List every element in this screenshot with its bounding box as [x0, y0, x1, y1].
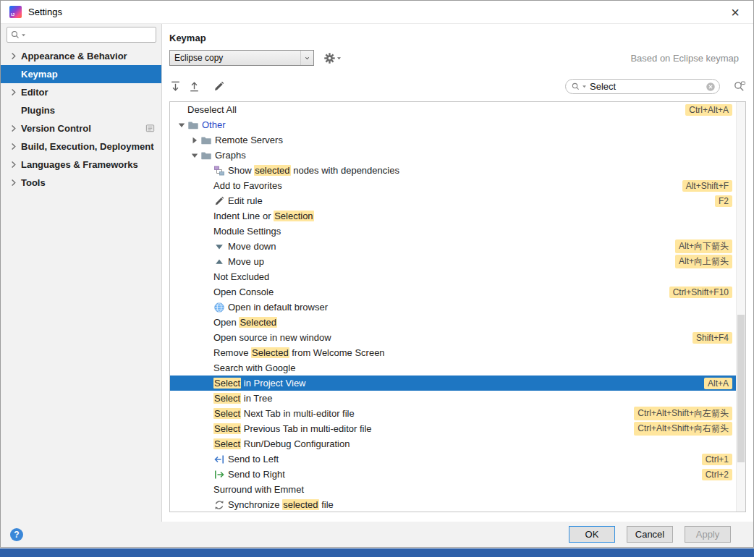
action-search-field[interactable]	[565, 79, 720, 94]
row-label: Open source in new window	[213, 332, 331, 343]
tree-row[interactable]: Select Previous Tab in multi-editor file…	[170, 421, 736, 436]
search-history-caret-icon[interactable]	[21, 33, 26, 38]
match-highlight: Select	[213, 438, 241, 449]
tree-row[interactable]: Synchronize selected file	[170, 497, 736, 512]
tree-row[interactable]: Edit ruleF2	[170, 193, 736, 208]
row-label: Select Run/Debug Configuration	[213, 438, 350, 449]
tree-row[interactable]: Not Excluded	[170, 269, 736, 284]
scheme-gear-icon[interactable]	[323, 52, 336, 64]
tree-row[interactable]: Select Run/Debug Configuration	[170, 436, 736, 451]
tree-scrollbar[interactable]	[736, 102, 745, 512]
tree-row[interactable]: Other	[170, 117, 736, 132]
tree-scrollbar-thumb[interactable]	[737, 315, 745, 462]
close-button[interactable]: ×	[726, 3, 745, 22]
row-label: Select Previous Tab in multi-editor file	[213, 423, 372, 434]
tree-row[interactable]: Move upAlt+向上箭头	[170, 254, 736, 269]
expand-all-icon[interactable]	[169, 80, 182, 93]
sidebar-item-languages-frameworks[interactable]: Languages & Frameworks	[1, 156, 161, 174]
combo-dropdown-icon[interactable]	[300, 51, 313, 65]
folder-icon	[200, 150, 212, 161]
row-label: Not Excluded	[213, 271, 269, 282]
tree-row[interactable]: Open source in new windowShift+F4	[170, 330, 736, 345]
chevron-spacer	[202, 438, 213, 450]
sidebar-item-plugins[interactable]: Plugins	[1, 101, 161, 119]
chevron-right-icon[interactable]	[8, 51, 19, 61]
tree-row[interactable]: Indent Line or Selection	[170, 208, 736, 224]
shortcut-badge: Ctrl+Alt+A	[685, 104, 732, 116]
expand-node-icon[interactable]	[189, 135, 200, 146]
tree-row[interactable]: Open in default browser	[170, 300, 736, 315]
row-label: Module Settings	[213, 226, 281, 237]
scheme-selected-value: Eclipse copy	[170, 53, 300, 63]
sidebar-search-input[interactable]	[27, 29, 153, 41]
dialog-content: Appearance & BehaviorKeymapEditorPlugins…	[1, 24, 753, 522]
match-highlight: Select	[213, 408, 241, 419]
tree-row[interactable]: Select Next Tab in multi-editor fileCtrl…	[170, 406, 736, 421]
sync-arrows-icon	[213, 499, 225, 511]
row-label: Remove Selected from Welcome Screen	[213, 347, 385, 358]
chevron-spacer	[202, 241, 213, 253]
tree-row[interactable]: Select in Tree	[170, 391, 736, 406]
tree-row[interactable]: Send to LeftCtrl+1	[170, 451, 736, 467]
sidebar-item-build-execution-deployment[interactable]: Build, Execution, Deployment	[1, 137, 161, 156]
window-title: Settings	[28, 7, 62, 17]
collapse-node-icon[interactable]	[189, 150, 200, 161]
action-search-input[interactable]	[588, 81, 704, 92]
move-up-arrow-icon	[213, 256, 225, 268]
search-history-caret-icon[interactable]	[582, 84, 587, 89]
help-button[interactable]: ?	[10, 528, 23, 541]
row-label: Open in default browser	[228, 302, 328, 313]
tree-row[interactable]: Select in Project ViewAlt+A	[170, 376, 736, 391]
tree-row[interactable]: Deselect AllCtrl+Alt+A	[170, 102, 736, 117]
shortcut-badge: Ctrl+Alt+Shift+向右箭头	[634, 422, 732, 436]
tree-row[interactable]: Module Settings	[170, 224, 736, 239]
chevron-spacer	[8, 105, 19, 116]
chevron-spacer	[202, 302, 213, 313]
sidebar-item-appearance-behavior[interactable]: Appearance & Behavior	[1, 47, 161, 65]
match-highlight: Select	[213, 393, 241, 404]
shared-settings-icon	[145, 123, 156, 134]
chevron-right-icon[interactable]	[8, 159, 19, 170]
row-label: Synchronize selected file	[228, 499, 334, 510]
tree-row[interactable]: Open ConsoleCtrl+Shift+F10	[170, 284, 736, 300]
edit-shortcut-icon[interactable]	[213, 80, 225, 93]
shortcut-badge: Ctrl+Shift+F10	[669, 287, 732, 298]
sidebar-item-label: Editor	[21, 87, 48, 98]
keymap-scheme-select[interactable]: Eclipse copy	[169, 50, 314, 66]
ok-button[interactable]: OK	[569, 526, 615, 543]
row-text-segment: Surround with Emmet	[213, 484, 304, 495]
cancel-button[interactable]: Cancel	[627, 526, 673, 543]
tree-row[interactable]: Open Selected	[170, 315, 736, 330]
sidebar-item-keymap[interactable]: Keymap	[1, 65, 161, 83]
collapse-node-icon[interactable]	[176, 119, 187, 131]
tree-row[interactable]: Show selected nodes with dependencies	[170, 163, 736, 178]
chevron-right-icon[interactable]	[8, 87, 19, 98]
chevron-spacer	[202, 347, 213, 359]
row-text-segment: Open source in new window	[213, 332, 331, 343]
chevron-right-icon[interactable]	[8, 141, 19, 152]
sidebar-item-tools[interactable]: Tools	[1, 174, 161, 192]
row-text-segment: Remote Servers	[215, 135, 283, 145]
tree-row[interactable]: Graphs	[170, 148, 736, 163]
tree-row[interactable]: Search with Google	[170, 360, 736, 376]
tree-row[interactable]: Remote Servers	[170, 132, 736, 148]
sidebar-search-box[interactable]	[7, 27, 156, 43]
tree-row[interactable]: Remove Selected from Welcome Screen	[170, 345, 736, 360]
page-title: Keymap	[169, 33, 753, 43]
row-text-segment: Send to Left	[228, 454, 279, 464]
tree-row[interactable]: Surround with Emmet	[170, 482, 736, 497]
apply-button[interactable]: Apply	[685, 526, 731, 543]
tree-row[interactable]: Send to RightCtrl+2	[170, 467, 736, 482]
collapse-all-icon[interactable]	[188, 80, 200, 93]
sidebar-item-version-control[interactable]: Version Control	[1, 119, 161, 137]
clear-search-icon[interactable]	[706, 82, 716, 92]
chevron-spacer	[202, 499, 213, 511]
find-by-shortcut-icon[interactable]	[733, 80, 746, 93]
tree-row[interactable]: Add to FavoritesAlt+Shift+F	[170, 178, 736, 193]
chevron-spacer	[202, 454, 213, 465]
chevron-right-icon[interactable]	[8, 177, 19, 188]
sidebar-item-label: Plugins	[21, 105, 55, 116]
chevron-right-icon[interactable]	[8, 123, 19, 134]
sidebar-item-editor[interactable]: Editor	[1, 83, 161, 101]
tree-row[interactable]: Move downAlt+向下箭头	[170, 239, 736, 254]
